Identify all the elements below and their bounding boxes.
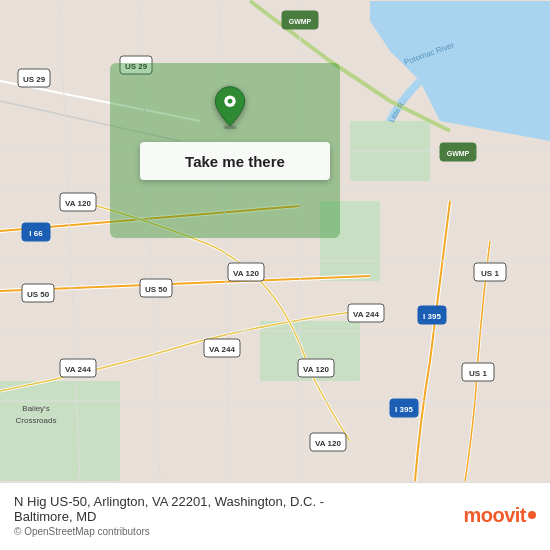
address-line1: N Hig US-50, Arlington, VA 22201, Washin… — [14, 494, 453, 509]
svg-text:VA 120: VA 120 — [233, 269, 259, 278]
take-me-there-button[interactable]: Take me there — [140, 142, 330, 180]
svg-text:VA 244: VA 244 — [353, 310, 379, 319]
svg-text:US 50: US 50 — [27, 290, 50, 299]
svg-text:I 395: I 395 — [395, 405, 413, 414]
map-container: US 29 US 29 VA 120 I 66 US 50 US 50 VA 1… — [0, 0, 550, 482]
address-block: N Hig US-50, Arlington, VA 22201, Washin… — [14, 494, 453, 537]
svg-text:GWMP: GWMP — [447, 150, 470, 157]
svg-text:US 1: US 1 — [481, 269, 499, 278]
osm-credit: © OpenStreetMap contributors — [14, 526, 453, 537]
moovit-logo-icon: moovit — [463, 504, 536, 527]
app: US 29 US 29 VA 120 I 66 US 50 US 50 VA 1… — [0, 0, 550, 550]
svg-text:VA 244: VA 244 — [209, 345, 235, 354]
svg-point-64 — [228, 99, 233, 104]
moovit-dot — [528, 511, 536, 519]
svg-text:VA 120: VA 120 — [65, 199, 91, 208]
svg-text:I 395: I 395 — [423, 312, 441, 321]
svg-text:I 66: I 66 — [29, 229, 43, 238]
moovit-text: moovit — [463, 504, 526, 527]
svg-text:VA 244: VA 244 — [65, 365, 91, 374]
svg-text:US 50: US 50 — [145, 285, 168, 294]
bottom-bar: N Hig US-50, Arlington, VA 22201, Washin… — [0, 482, 550, 550]
svg-rect-4 — [0, 381, 120, 481]
map-svg: US 29 US 29 VA 120 I 66 US 50 US 50 VA 1… — [0, 0, 550, 482]
svg-text:GWMP: GWMP — [289, 18, 312, 25]
svg-text:US 1: US 1 — [469, 369, 487, 378]
svg-text:Bailey's: Bailey's — [22, 404, 49, 413]
svg-text:Crossroads: Crossroads — [16, 416, 57, 425]
location-pin-icon — [208, 85, 252, 129]
svg-text:VA 120: VA 120 — [315, 439, 341, 448]
svg-text:US 29: US 29 — [23, 75, 46, 84]
address-line2: Baltimore, MD — [14, 509, 453, 524]
svg-text:VA 120: VA 120 — [303, 365, 329, 374]
